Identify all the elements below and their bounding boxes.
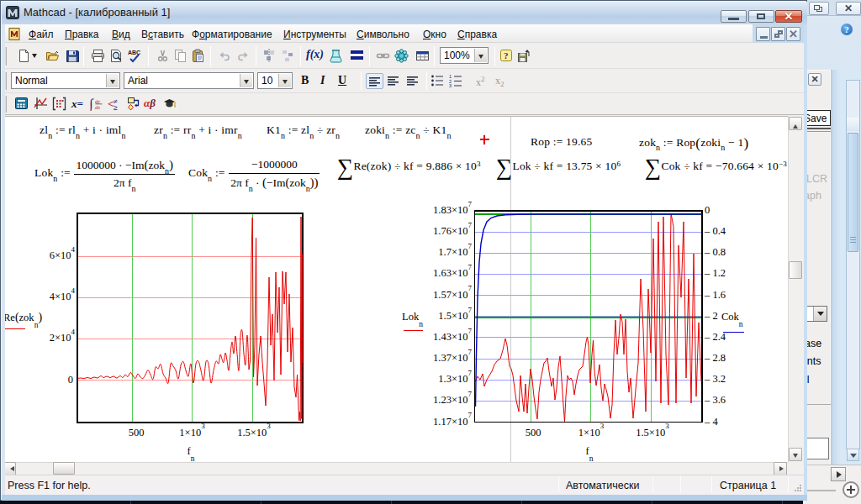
svg-text:∫: ∫ [89,97,94,111]
svg-text:?: ? [504,50,509,60]
svg-text:≥: ≥ [114,103,118,111]
svg-text:3: 3 [449,83,452,88]
svg-text:dx: dx [95,104,100,110]
svg-text:dy: dy [95,98,100,104]
